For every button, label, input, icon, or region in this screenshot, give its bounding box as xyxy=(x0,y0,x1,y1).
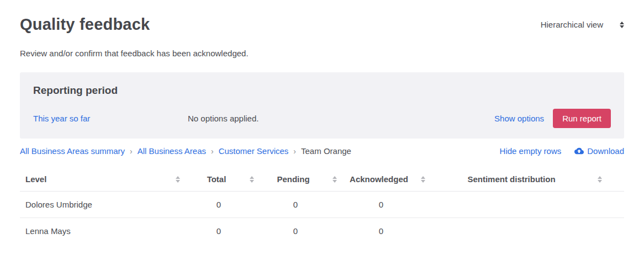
download-cloud-icon xyxy=(574,146,584,156)
breadcrumb-item-customer-services[interactable]: Customer Services xyxy=(219,146,289,156)
panel-actions: Show options Run report xyxy=(494,109,611,128)
cell-sentiment xyxy=(425,218,624,245)
sort-icon[interactable] xyxy=(421,176,425,183)
breadcrumb-separator: › xyxy=(211,147,214,156)
column-header-acknowledged[interactable]: Acknowledged xyxy=(337,167,425,192)
sort-icon[interactable] xyxy=(332,176,337,183)
show-options-link[interactable]: Show options xyxy=(494,114,544,123)
sort-icon[interactable] xyxy=(250,176,254,183)
reporting-period-row: This year so far No options applied. Sho… xyxy=(33,109,611,128)
cell-sentiment xyxy=(425,192,624,218)
reporting-period-heading: Reporting period xyxy=(33,84,611,97)
select-arrows-icon xyxy=(620,22,624,28)
run-report-button[interactable]: Run report xyxy=(553,109,611,128)
reporting-period-panel: Reporting period This year so far No opt… xyxy=(20,72,624,139)
cell-acknowledged: 0 xyxy=(337,192,425,218)
table-header-row: Level Total Pending xyxy=(20,167,624,192)
breadcrumb: All Business Areas summary › All Busines… xyxy=(20,146,351,156)
table-actions: Hide empty rows Download xyxy=(500,146,624,156)
column-header-sentiment-distribution[interactable]: Sentiment distribution xyxy=(425,167,624,192)
table-row: Dolores Umbridge 0 0 0 xyxy=(20,192,624,218)
period-link-wrap: This year so far xyxy=(33,114,188,124)
download-label: Download xyxy=(587,146,624,156)
page-subtitle: Review and/or confirm that feedback has … xyxy=(20,49,624,58)
breadcrumb-item-all-business-areas-summary[interactable]: All Business Areas summary xyxy=(20,146,125,156)
breadcrumb-separator: › xyxy=(130,147,133,156)
cell-pending: 0 xyxy=(254,192,337,218)
breadcrumb-item-current: Team Orange xyxy=(301,146,351,156)
cell-acknowledged: 0 xyxy=(337,218,425,245)
download-link[interactable]: Download xyxy=(574,146,624,156)
breadcrumb-separator: › xyxy=(293,147,296,156)
column-header-total[interactable]: Total xyxy=(183,167,254,192)
cell-level: Lenna Mays xyxy=(20,218,183,245)
cell-level: Dolores Umbridge xyxy=(20,192,183,218)
view-mode-value: Hierarchical view xyxy=(541,20,603,29)
cell-total: 0 xyxy=(183,218,254,245)
view-mode-select[interactable]: Hierarchical view xyxy=(541,20,624,29)
options-status-text: No options applied. xyxy=(188,114,494,123)
column-header-pending[interactable]: Pending xyxy=(254,167,337,192)
cell-pending: 0 xyxy=(254,218,337,245)
page-title: Quality feedback xyxy=(20,15,150,34)
sort-icon[interactable] xyxy=(598,176,602,183)
page-header: Quality feedback Hierarchical view xyxy=(20,15,624,34)
table-row: Lenna Mays 0 0 0 xyxy=(20,218,624,245)
cell-total: 0 xyxy=(183,192,254,218)
sort-icon[interactable] xyxy=(176,176,180,183)
quality-feedback-page: Quality feedback Hierarchical view Revie… xyxy=(0,15,644,244)
column-header-level[interactable]: Level xyxy=(20,167,183,192)
breadcrumb-item-all-business-areas[interactable]: All Business Areas xyxy=(138,146,206,156)
hide-empty-rows-link[interactable]: Hide empty rows xyxy=(500,146,562,156)
period-link[interactable]: This year so far xyxy=(33,114,90,123)
breadcrumb-row: All Business Areas summary › All Busines… xyxy=(20,146,624,156)
feedback-table: Level Total Pending xyxy=(20,167,624,244)
